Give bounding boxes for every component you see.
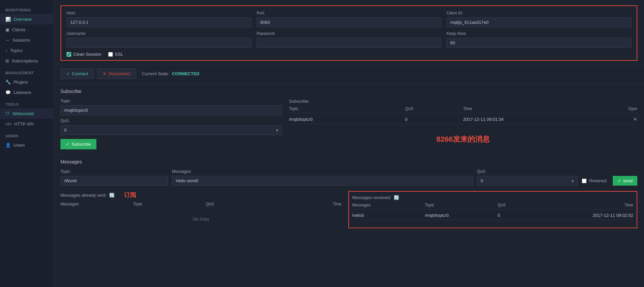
keep-alive-label: Keep Alive: <box>446 31 631 36</box>
admin-section-title: ADMIN <box>0 129 53 140</box>
ssl-label: SSL <box>115 52 123 57</box>
subscribe-left: Topic: QoS: 0 1 2 ✓ Subscribe <box>60 99 282 149</box>
subscribe-annotation-label: 订阅 <box>124 191 136 199</box>
sidebar-item-websocket[interactable]: 🛡 Websocket <box>0 108 53 119</box>
sidebar-item-subscriptions[interactable]: ⊞ Subscriptions <box>0 56 53 66</box>
received-row-time: 2017-12-11 09:02:52 <box>536 213 633 218</box>
retained-label: Retained <box>589 178 607 183</box>
clean-session-checkbox-item[interactable]: Clean Session <box>67 52 101 57</box>
subscribe-annotation: 8266发来的消息 <box>289 134 637 144</box>
sidebar-item-topics[interactable]: ↑ Topics <box>0 45 53 56</box>
port-label: Port: <box>257 11 441 15</box>
messages-tables: Messages already sent: 🔄 订阅 Messages Top… <box>60 191 637 228</box>
sessions-icon: ↔ <box>5 38 10 43</box>
messages-qos-group: QoS: 0 1 2 <box>477 169 578 186</box>
messages-topic-input[interactable] <box>60 176 168 186</box>
sent-refresh-icon[interactable]: 🔄 <box>109 193 115 198</box>
subscribe-section-title: Subscribe <box>60 89 637 94</box>
subscribe-row-topic: /mqtt/topic/0 <box>289 117 405 122</box>
subscribe-qos-group: QoS: 0 1 2 <box>60 118 282 135</box>
received-row-topic: /mqtt/topic/0 <box>425 213 498 218</box>
sidebar-item-sessions[interactable]: ↔ Sessions <box>0 35 53 45</box>
username-input[interactable] <box>67 38 251 48</box>
main-content: Host: Port: Client ID: Username: <box>54 0 644 287</box>
connect-button[interactable]: ✓ Connect <box>60 68 94 79</box>
sidebar-item-plugins[interactable]: 🔧 Plugins <box>0 77 53 87</box>
host-label: Host: <box>67 11 251 15</box>
subscribe-qos-select-wrapper: 0 1 2 <box>60 125 282 135</box>
received-row-messages: hello0 <box>352 213 425 218</box>
messages-msg-label: Messages: <box>172 169 473 174</box>
messages-qos-label: QoS: <box>477 169 578 174</box>
messages-qos-select[interactable]: 0 1 2 <box>477 176 578 186</box>
messages-received-section: Messages received: 🔄 Messages Topic QoS … <box>348 191 638 228</box>
tools-section-title: TOOLS <box>0 98 53 108</box>
client-id-label: Client ID: <box>446 11 631 15</box>
subscriptions-icon: ⊞ <box>5 58 9 63</box>
listeners-icon: 💬 <box>5 90 11 95</box>
monitoring-section-title: MONITORING <box>0 3 53 14</box>
messages-qos-wrapper: 0 1 2 <box>477 176 578 186</box>
client-id-input[interactable] <box>446 17 631 27</box>
retained-row: Retained ✓ send <box>582 170 637 186</box>
sidebar-item-clients[interactable]: ▣ Clients <box>0 25 53 35</box>
topics-icon: ↑ <box>5 48 8 53</box>
received-refresh-icon[interactable]: 🔄 <box>394 195 399 200</box>
subscribe-button[interactable]: ✓ Subscribe <box>60 139 96 149</box>
subscribe-col-oper: Oper <box>608 106 637 111</box>
username-label: Username: <box>67 31 251 36</box>
subscribe-qos-select[interactable]: 0 1 2 <box>60 125 282 135</box>
subscribe-topic-group: Topic: <box>60 99 282 115</box>
send-button[interactable]: ✓ send <box>613 176 637 186</box>
sidebar-item-users[interactable]: 👤 Users <box>0 140 53 150</box>
host-field-group: Host: <box>67 11 251 27</box>
sent-col-topic: Topic <box>133 202 206 206</box>
checkbox-row: Clean Session SSL <box>67 52 631 57</box>
password-label: Password: <box>257 31 441 36</box>
clean-session-checkbox[interactable] <box>67 52 71 57</box>
password-input[interactable] <box>257 38 441 48</box>
subscribe-section: Subscribe Topic: QoS: 0 1 2 <box>54 84 644 154</box>
connection-box: Host: Port: Client ID: Username: <box>60 5 637 61</box>
port-input[interactable] <box>257 17 441 27</box>
subscribe-check-icon: ✓ <box>66 142 70 147</box>
subscribe-qos-label: QoS: <box>60 118 282 123</box>
subscribe-table-header: Topic QoS Time Oper <box>289 106 637 113</box>
ssl-checkbox-item[interactable]: SSL <box>108 52 123 57</box>
received-table-row: hello0 /mqtt/topic/0 0 2017-12-11 09:02:… <box>352 211 634 220</box>
sidebar-item-overview[interactable]: 📊 Overview <box>0 14 53 25</box>
retained-checkbox[interactable] <box>582 179 587 183</box>
clean-session-label: Clean Session <box>73 52 101 57</box>
received-col-qos: QoS <box>498 203 536 207</box>
sidebar-item-listeners[interactable]: 💬 Listeners <box>0 87 53 98</box>
sent-col-qos: QoS <box>206 202 245 206</box>
subscribe-right: Subscribe: Topic QoS Time Oper /mqtt/top… <box>289 99 637 149</box>
host-input[interactable] <box>67 17 251 27</box>
clients-icon: ▣ <box>5 27 9 32</box>
chart-icon: 📊 <box>5 17 11 22</box>
messages-received-header: Messages received: 🔄 <box>352 195 634 200</box>
client-id-field-group: Client ID: <box>446 11 631 27</box>
users-icon: 👤 <box>5 143 11 148</box>
sidebar-item-http-api[interactable]: </> HTTP API <box>0 119 53 129</box>
ssl-checkbox[interactable] <box>108 52 113 57</box>
received-row-qos: 0 <box>498 213 536 218</box>
subscribe-col-qos: QoS <box>405 106 463 111</box>
subscribe-topic-input[interactable] <box>60 105 282 115</box>
subscribe-row-qos: 0 <box>405 117 463 122</box>
keep-alive-input[interactable] <box>446 38 631 48</box>
messages-msg-input[interactable] <box>172 176 473 186</box>
subscribe-row-delete[interactable]: ✕ <box>608 116 637 122</box>
received-col-time: Time <box>536 203 633 207</box>
disconnect-button[interactable]: ✕ Disconnect <box>97 68 136 79</box>
messages-topic-label: Topic: <box>60 169 168 174</box>
keep-alive-field-group: Keep Alive: <box>446 31 631 48</box>
sent-table-header: Messages Topic QoS Time <box>60 202 342 208</box>
messages-sent-header: Messages already sent: 🔄 订阅 <box>60 191 342 199</box>
messages-msg-group: Messages: <box>172 169 473 186</box>
subscribe-col-time: Time <box>463 106 608 111</box>
sent-no-data: No Data <box>60 210 342 228</box>
subscribe-table-row: /mqtt/topic/0 0 2017-12-11 09:01:34 ✕ <box>289 114 637 124</box>
password-field-group: Password: <box>257 31 441 48</box>
sidebar: MONITORING 📊 Overview ▣ Clients ↔ Sessio… <box>0 0 54 287</box>
